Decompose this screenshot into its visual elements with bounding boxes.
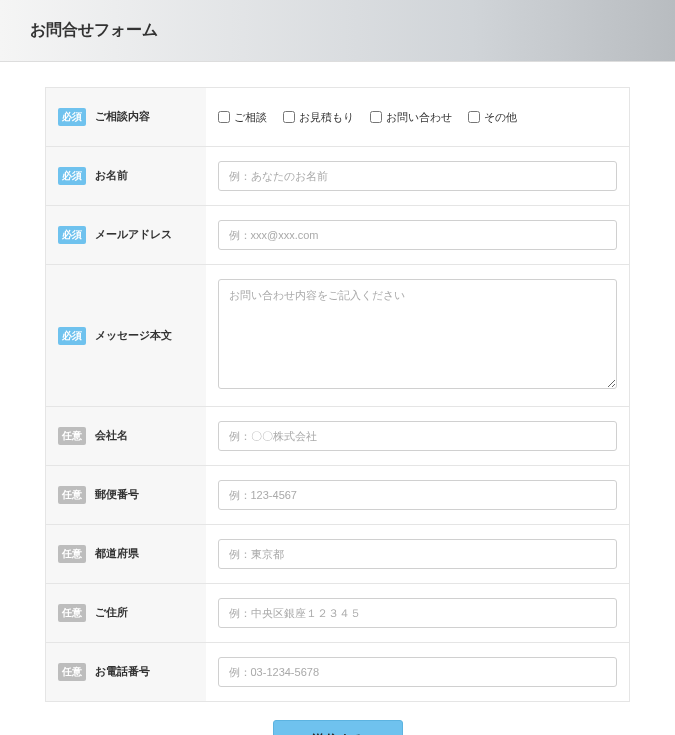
label-postal: 郵便番号 [95,488,139,500]
checkbox-input-1[interactable] [283,111,295,123]
submit-row: 送信する [45,720,630,735]
row-postal: 任意 郵便番号 [46,466,630,525]
row-prefecture: 任意 都道府県 [46,525,630,584]
label-cell-phone: 任意 お電話番号 [46,643,206,702]
row-name: 必須 お名前 [46,147,630,206]
row-phone: 任意 お電話番号 [46,643,630,702]
checkbox-input-0[interactable] [218,111,230,123]
form-container: 必須 ご相談内容 ご相談 お見積もり お問い合わせ [0,62,675,735]
label-cell-postal: 任意 郵便番号 [46,466,206,525]
email-input[interactable] [218,220,618,250]
optional-badge: 任意 [58,427,86,445]
optional-badge: 任意 [58,545,86,563]
prefecture-input[interactable] [218,539,618,569]
input-cell-message [206,265,630,407]
page-title: お問合せフォーム [30,20,645,41]
label-email: メールアドレス [95,228,172,240]
phone-input[interactable] [218,657,618,687]
checkbox-option-0[interactable]: ご相談 [218,110,267,125]
label-topic: ご相談内容 [95,110,150,122]
required-badge: 必須 [58,108,86,126]
input-cell-prefecture [206,525,630,584]
company-input[interactable] [218,421,618,451]
row-message: 必須 メッセージ本文 [46,265,630,407]
optional-badge: 任意 [58,604,86,622]
required-badge: 必須 [58,226,86,244]
input-cell-postal [206,466,630,525]
label-message: メッセージ本文 [95,328,172,340]
page-header: お問合せフォーム [0,0,675,62]
checkbox-label-2: お問い合わせ [386,110,452,125]
row-company: 任意 会社名 [46,407,630,466]
submit-button[interactable]: 送信する [273,720,403,735]
row-topic: 必須 ご相談内容 ご相談 お見積もり お問い合わせ [46,88,630,147]
label-cell-email: 必須 メールアドレス [46,206,206,265]
optional-badge: 任意 [58,486,86,504]
label-cell-name: 必須 お名前 [46,147,206,206]
label-cell-address: 任意 ご住所 [46,584,206,643]
label-cell-company: 任意 会社名 [46,407,206,466]
checkbox-label-1: お見積もり [299,110,354,125]
label-phone: お電話番号 [95,665,150,677]
form-table: 必須 ご相談内容 ご相談 お見積もり お問い合わせ [45,87,630,702]
row-address: 任意 ご住所 [46,584,630,643]
checkbox-label-0: ご相談 [234,110,267,125]
address-input[interactable] [218,598,618,628]
checkbox-option-2[interactable]: お問い合わせ [370,110,452,125]
message-textarea[interactable] [218,279,618,389]
input-cell-name [206,147,630,206]
required-badge: 必須 [58,327,86,345]
optional-badge: 任意 [58,663,86,681]
checkbox-input-2[interactable] [370,111,382,123]
checkbox-label-3: その他 [484,110,517,125]
label-company: 会社名 [95,429,128,441]
input-cell-address [206,584,630,643]
label-cell-message: 必須 メッセージ本文 [46,265,206,407]
label-cell-topic: 必須 ご相談内容 [46,88,206,147]
input-cell-email [206,206,630,265]
postal-input[interactable] [218,480,618,510]
checkbox-option-1[interactable]: お見積もり [283,110,354,125]
label-address: ご住所 [95,606,128,618]
checkbox-option-3[interactable]: その他 [468,110,517,125]
label-name: お名前 [95,169,128,181]
input-cell-company [206,407,630,466]
label-cell-prefecture: 任意 都道府県 [46,525,206,584]
checkbox-input-3[interactable] [468,111,480,123]
name-input[interactable] [218,161,618,191]
label-prefecture: 都道府県 [95,547,139,559]
row-email: 必須 メールアドレス [46,206,630,265]
input-cell-phone [206,643,630,702]
required-badge: 必須 [58,167,86,185]
input-cell-topic: ご相談 お見積もり お問い合わせ その他 [206,88,630,147]
checkbox-group-topic: ご相談 お見積もり お問い合わせ その他 [218,110,618,125]
